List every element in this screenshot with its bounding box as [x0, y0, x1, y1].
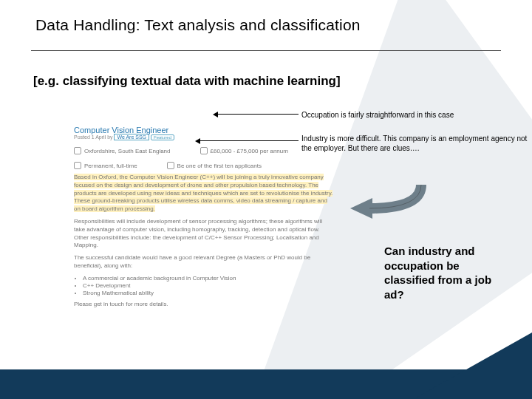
annotation-industry: Industry is more difficult. This company…	[301, 134, 531, 153]
job-salary: £60,000 - £75,000 per annum	[211, 148, 288, 154]
job-contract: Permanent, full-time	[84, 163, 137, 169]
job-applicants: Be one of the first ten applicants	[177, 163, 262, 169]
job-para2: Responsibilities will include developmen…	[74, 218, 334, 250]
slide-subtitle: [e.g. classifying textual data with mach…	[33, 74, 341, 89]
svg-marker-2	[414, 332, 532, 399]
slide-title: Data Handling: Text analysis and classif…	[35, 16, 361, 34]
salary-icon	[200, 147, 208, 154]
posted-prefix: Posted 1 April by	[74, 134, 113, 140]
job-footer: Please get in touch for more details.	[74, 301, 334, 309]
callout-question: Can industry and occupation be classifie…	[384, 244, 510, 301]
curved-arrow-icon	[340, 177, 429, 229]
job-para3: The successful candidate would have a go…	[74, 254, 334, 270]
posted-by: We Are SSG	[114, 134, 149, 140]
job-bullet: C++ Development	[83, 282, 334, 289]
applicants-icon	[167, 162, 174, 169]
job-bullet: A commercial or academic background in C…	[83, 275, 334, 282]
job-para1: Based in Oxford, the Computer Vision Eng…	[74, 174, 332, 212]
job-bullets: A commercial or academic background in C…	[83, 275, 334, 296]
arrow-to-jobtitle	[217, 114, 299, 115]
job-location: Oxfordshire, South East England	[84, 148, 171, 154]
svg-marker-3	[350, 198, 372, 219]
annotation-occupation: Occupation is fairly straightforward in …	[301, 111, 454, 119]
title-underline	[31, 50, 501, 51]
job-posted-line: Posted 1 April by We Are SSG Featured	[74, 134, 334, 140]
featured-tag: Featured	[151, 134, 174, 140]
job-title: Computer Vision Engineer	[74, 126, 334, 134]
job-ad-screenshot: Computer Vision Engineer Posted 1 April …	[74, 126, 334, 313]
job-bullet: Strong Mathematical ability	[83, 290, 334, 296]
contract-icon	[74, 162, 81, 169]
location-icon	[74, 147, 81, 154]
